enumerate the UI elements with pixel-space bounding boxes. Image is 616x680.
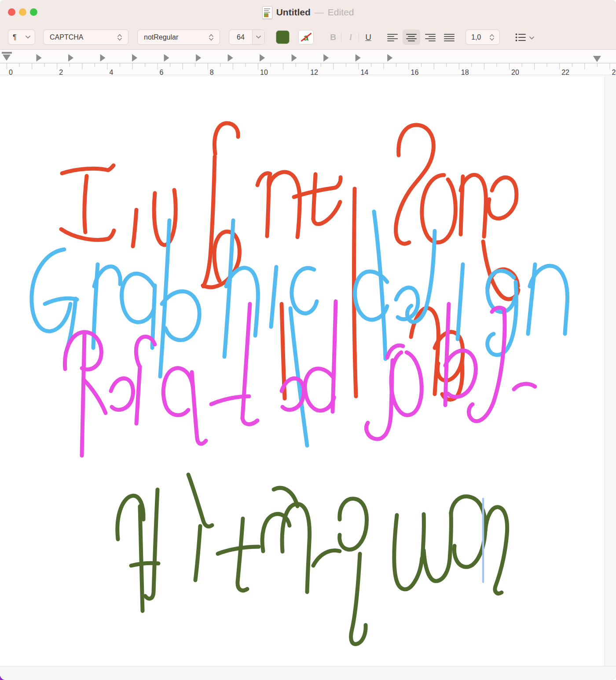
ruler-number: 0 [9, 69, 13, 75]
ruler-number: 10 [260, 69, 268, 75]
align-left-icon [387, 33, 398, 41]
vertical-scrollbar[interactable] [605, 76, 616, 666]
align-left-button[interactable] [384, 29, 401, 45]
stroke [294, 177, 341, 197]
stroke [62, 165, 114, 173]
line-spacing-value: 1,0 [471, 33, 481, 41]
stroke [163, 368, 193, 415]
underline-button[interactable]: U [361, 29, 376, 45]
ruler-number: 14 [360, 69, 368, 75]
stroke [333, 301, 336, 412]
tab-stop-marker [196, 54, 201, 62]
stroke [394, 515, 422, 589]
handwriting-line-2 [32, 212, 568, 446]
stroke [224, 220, 233, 357]
text-canvas[interactable] [0, 76, 616, 666]
bold-button[interactable]: B [326, 29, 341, 45]
stroke [214, 123, 238, 154]
ruler-number: 6 [160, 69, 164, 75]
stroke [461, 175, 486, 237]
edited-status: Edited [328, 7, 354, 18]
tab-stop-marker [228, 54, 233, 62]
stroke [305, 369, 334, 410]
toolbar: ¶ CAPTCHA notRegular 64 a [0, 25, 616, 50]
ruler-number: 18 [461, 69, 469, 75]
ruler-number: 16 [411, 69, 419, 75]
typeface-select[interactable]: notRegular [137, 29, 220, 45]
tab-stop-marker [37, 54, 42, 62]
stroke [203, 157, 215, 286]
font-size-combo[interactable]: 64 [229, 29, 265, 45]
text-color-well[interactable] [276, 30, 290, 44]
stroke [485, 507, 507, 593]
stroke [122, 274, 154, 322]
stroke [488, 282, 517, 355]
typeface-value: notRegular [144, 33, 178, 41]
align-right-button[interactable] [422, 29, 439, 45]
align-center-button[interactable] [403, 29, 420, 45]
stroke [84, 380, 106, 413]
chevron-down-icon [529, 33, 534, 41]
stroke [514, 384, 535, 389]
ruler-number: 24 [612, 69, 616, 75]
font-size-value: 64 [229, 33, 252, 41]
tab-stop-marker [292, 54, 297, 62]
tab-stop-marker [387, 54, 392, 62]
ruler-number: 22 [561, 69, 569, 75]
stroke [192, 372, 206, 444]
stroke [154, 190, 176, 245]
stroke [242, 304, 250, 418]
tab-stop-marker [260, 54, 265, 62]
stroke [458, 264, 463, 339]
tab-stop-marker [356, 54, 361, 62]
stroke [238, 519, 247, 590]
up-down-chevrons-icon [117, 34, 122, 41]
stroke [488, 271, 515, 312]
stroke [61, 229, 114, 240]
stroke [271, 267, 276, 327]
document-icon [262, 6, 272, 19]
stroke [488, 177, 517, 218]
stroke [313, 202, 340, 224]
italic-button[interactable]: I [343, 29, 358, 45]
stroke [269, 172, 300, 237]
stroke [282, 504, 309, 592]
font-family-value: CAPTCHA [50, 33, 83, 41]
first-line-indent-marker [2, 52, 12, 54]
stroke [195, 526, 200, 580]
line-spacing-stepper[interactable]: 1,0 [466, 29, 500, 45]
stroke [313, 550, 340, 566]
ruler-svg: 024681012141618202224 [0, 50, 616, 75]
tab-stop-marker [323, 54, 329, 62]
handwriting-line-4 [117, 475, 507, 644]
stroke [366, 360, 392, 439]
stroke [242, 418, 257, 424]
align-right-icon [425, 33, 436, 41]
stroke [313, 174, 315, 219]
stroke [136, 367, 140, 424]
font-family-select[interactable]: CAPTCHA [43, 29, 128, 45]
divider [359, 33, 359, 42]
handwriting-layer [0, 76, 605, 666]
list-style-button[interactable] [510, 29, 539, 45]
stroke [451, 497, 485, 567]
ruler[interactable]: 024681012141618202224 [0, 50, 616, 75]
textedit-window: Untitled — Edited ¶ CAPTCHA notRegular 6… [0, 0, 616, 680]
bullet-list-icon [515, 33, 526, 41]
title-group: Untitled — Edited [0, 0, 616, 25]
align-justify-button[interactable] [440, 29, 458, 45]
stroke [111, 378, 133, 409]
highlight-color-button[interactable]: a [298, 30, 314, 44]
left-indent-marker [3, 55, 11, 61]
titlebar: Untitled — Edited [0, 0, 616, 25]
stroke [530, 266, 568, 334]
stroke [84, 176, 87, 232]
handwriting-line-3 [65, 301, 535, 456]
font-size-dropdown[interactable] [252, 30, 264, 44]
title-separator: — [315, 7, 324, 18]
paragraph-style-button[interactable]: ¶ [8, 29, 35, 45]
chevron-down-icon [26, 36, 30, 39]
ruler-number: 8 [210, 69, 214, 75]
stroke [82, 333, 84, 456]
paragraph-icon: ¶ [13, 33, 17, 41]
